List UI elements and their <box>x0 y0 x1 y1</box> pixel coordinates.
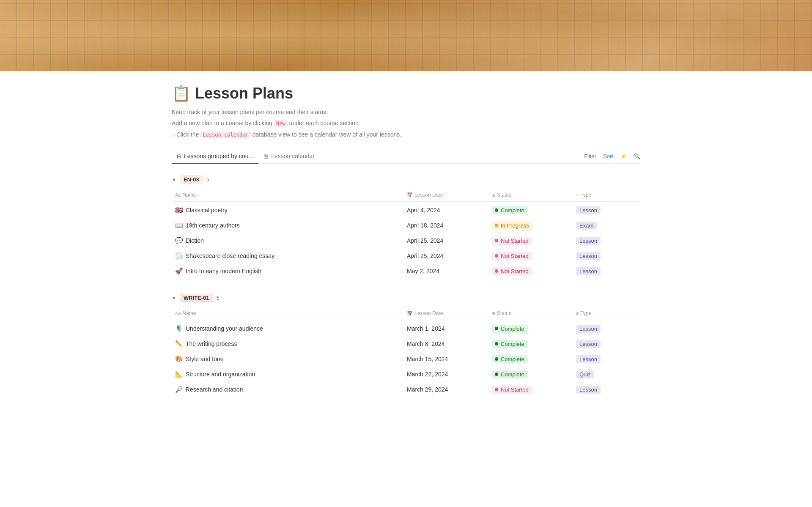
cell-status[interactable]: Not Started <box>488 264 573 278</box>
group-section-en03: ▼ EN-03 5 AaName📅Lesson Date⊞Status≡Type… <box>172 174 640 279</box>
cell-type[interactable]: Lesson <box>573 352 640 366</box>
cell-type[interactable]: Lesson <box>573 264 640 278</box>
page-description-1: Keep track of your lesson plans per cour… <box>172 107 640 117</box>
cell-type[interactable]: Lesson <box>573 249 640 263</box>
status-badge: Not Started <box>491 237 532 245</box>
cell-type[interactable]: Lesson <box>573 383 640 396</box>
cell-date: March 8, 2024 <box>403 337 488 351</box>
col-header-name[interactable]: AaName <box>172 190 403 200</box>
type-badge: Lesson <box>576 267 601 275</box>
cell-type[interactable]: Lesson <box>573 234 640 247</box>
status-dot <box>495 208 498 212</box>
status-label: In Progress <box>501 222 529 229</box>
table-header-write01: AaName📅Lesson Date⊞Status≡Type <box>172 307 640 320</box>
status-dot <box>495 357 498 361</box>
status-dot <box>495 269 498 273</box>
col-header-type[interactable]: ≡Type <box>573 190 640 200</box>
cell-status[interactable]: Complete <box>488 322 573 335</box>
cell-status[interactable]: Complete <box>488 337 573 351</box>
hero-banner <box>0 0 812 71</box>
cell-date: March 22, 2024 <box>403 367 488 381</box>
col-header-type[interactable]: ≡Type <box>573 309 640 318</box>
cell-status[interactable]: Not Started <box>488 249 573 263</box>
page-description-3: ↓ Click the Lesson calendar database vie… <box>172 130 640 139</box>
row-date: March 29, 2024 <box>407 386 448 393</box>
table-row[interactable]: 🎨Style and toneMarch 15, 2024CompleteLes… <box>172 351 640 367</box>
group-count-write01: 5 <box>217 295 219 301</box>
status-dot <box>495 373 498 376</box>
page-title: Lesson Plans <box>195 85 293 102</box>
table-row[interactable]: 🇬🇧Classical poetryApril 4, 2024CompleteL… <box>172 203 640 218</box>
search-button[interactable]: 🔍 <box>634 153 640 159</box>
cell-status[interactable]: Not Started <box>488 383 573 396</box>
cell-name: 📖19th century authors <box>172 219 403 232</box>
tab-calendar[interactable]: ▦ Lesson calendar <box>258 149 320 164</box>
type-badge: Lesson <box>576 325 601 333</box>
type-badge: Lesson <box>576 252 601 260</box>
status-label: Not Started <box>501 386 529 393</box>
status-label: Complete <box>501 326 524 332</box>
row-name: Style and tone <box>186 356 224 362</box>
col-label: Name <box>182 310 196 316</box>
row-name: Shakespeare close reading essay <box>186 252 274 259</box>
cell-name: 💬Diction <box>172 234 403 247</box>
table-row[interactable]: 🚀Intro to early modern EnglishMay 2, 202… <box>172 263 640 279</box>
table-row[interactable]: 🎙️Understanding your audienceMarch 1, 20… <box>172 321 640 336</box>
cell-type[interactable]: Lesson <box>573 203 640 217</box>
cell-status[interactable]: Not Started <box>488 234 573 247</box>
status-label: Not Started <box>501 268 529 274</box>
cell-status[interactable]: Complete <box>488 367 573 381</box>
new-inline-code: New <box>274 120 288 127</box>
row-date: April 25, 2024 <box>407 252 443 259</box>
table-row[interactable]: 🌫️Shakespeare close reading essayApril 2… <box>172 248 640 263</box>
cell-status[interactable]: Complete <box>488 352 573 366</box>
cell-status[interactable]: In Progress <box>488 219 573 232</box>
group-label-write01: WRITE-01 <box>180 294 213 302</box>
row-emoji: 🌫️ <box>175 252 183 260</box>
row-name: Classical poetry <box>186 207 228 214</box>
status-badge: Complete <box>491 325 528 333</box>
status-label: Complete <box>501 356 524 362</box>
row-date: May 2, 2024 <box>407 268 439 274</box>
row-date: March 1, 2024 <box>407 325 445 332</box>
sort-button[interactable]: Sort <box>603 153 613 159</box>
col-label: Type <box>580 310 591 316</box>
group-header-en03[interactable]: ▼ EN-03 5 <box>172 174 640 185</box>
cell-type[interactable]: Quiz <box>573 367 640 381</box>
table-header-en03: AaName📅Lesson Date⊞Status≡Type <box>172 189 640 202</box>
col-header-lesson-date[interactable]: 📅Lesson Date <box>403 190 488 200</box>
tabs-bar: ⊞ Lessons grouped by cou... ▦ Lesson cal… <box>172 149 640 164</box>
table-row[interactable]: 🔎Research and citationMarch 29, 2024Not … <box>172 382 640 397</box>
col-header-lesson-date[interactable]: 📅Lesson Date <box>403 309 488 318</box>
cell-type[interactable]: Exam <box>573 219 640 232</box>
col-header-name[interactable]: AaName <box>172 309 403 318</box>
row-name: Understanding your audience <box>186 325 263 332</box>
group-header-write01[interactable]: ▼ WRITE-01 5 <box>172 292 640 304</box>
cell-status[interactable]: Complete <box>488 203 573 217</box>
cell-name: 🔎Research and citation <box>172 383 403 396</box>
table-row[interactable]: 💬DictionApril 25, 2024Not StartedLesson <box>172 233 640 248</box>
table-row[interactable]: 📖19th century authorsApril 18, 2024In Pr… <box>172 218 640 233</box>
col-header-status[interactable]: ⊞Status <box>488 309 573 318</box>
tab-grouped[interactable]: ⊞ Lessons grouped by cou... <box>172 149 258 164</box>
filter-button[interactable]: Filter <box>584 153 596 159</box>
cell-type[interactable]: Lesson <box>573 322 640 335</box>
cell-type[interactable]: Lesson <box>573 337 640 351</box>
lightning-button[interactable]: ⚡ <box>620 153 627 159</box>
row-emoji: 💬 <box>175 237 183 244</box>
tab-grouped-icon: ⊞ <box>177 153 181 159</box>
col-header-status[interactable]: ⊞Status <box>488 190 573 200</box>
cell-date: March 15, 2024 <box>403 352 488 366</box>
col-icon: Aa <box>175 192 181 197</box>
row-name: Diction <box>186 237 204 244</box>
col-label: Status <box>497 310 511 316</box>
group-label-en03: EN-03 <box>180 175 203 184</box>
status-dot <box>495 239 498 242</box>
table-row[interactable]: 📐Structure and organizationMarch 22, 202… <box>172 367 640 382</box>
row-date: April 25, 2024 <box>407 237 443 244</box>
status-dot <box>495 224 498 227</box>
group-count-en03: 5 <box>206 176 209 183</box>
row-name: The writing process <box>186 340 237 347</box>
col-label: Type <box>580 192 591 198</box>
table-row[interactable]: ✏️The writing processMarch 8, 2024Comple… <box>172 336 640 351</box>
